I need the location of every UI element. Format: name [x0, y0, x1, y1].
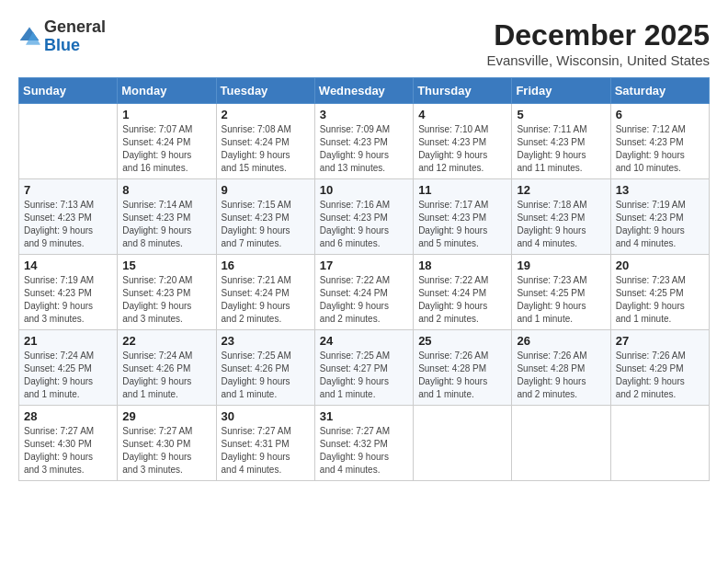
weekday-header-tuesday: Tuesday — [216, 78, 314, 104]
logo-general: General — [44, 18, 106, 37]
calendar-cell: 26Sunrise: 7:26 AM Sunset: 4:28 PM Dayli… — [512, 330, 610, 406]
calendar-cell: 15Sunrise: 7:20 AM Sunset: 4:23 PM Dayli… — [118, 255, 216, 330]
day-number: 5 — [517, 108, 605, 121]
day-info: Sunrise: 7:23 AM Sunset: 4:25 PM Dayligh… — [517, 274, 605, 326]
calendar-cell: 20Sunrise: 7:23 AM Sunset: 4:25 PM Dayli… — [610, 255, 709, 330]
calendar-cell: 19Sunrise: 7:23 AM Sunset: 4:25 PM Dayli… — [512, 255, 610, 330]
weekday-header-wednesday: Wednesday — [314, 78, 413, 104]
day-info: Sunrise: 7:24 AM Sunset: 4:26 PM Dayligh… — [122, 350, 210, 401]
day-number: 26 — [517, 334, 605, 348]
day-info: Sunrise: 7:27 AM Sunset: 4:30 PM Dayligh… — [122, 425, 210, 477]
day-number: 11 — [418, 183, 506, 197]
calendar-cell: 30Sunrise: 7:27 AM Sunset: 4:31 PM Dayli… — [216, 406, 314, 481]
calendar-cell: 14Sunrise: 7:19 AM Sunset: 4:23 PM Dayli… — [19, 255, 118, 330]
day-number: 23 — [222, 334, 310, 348]
calendar-week-2: 14Sunrise: 7:19 AM Sunset: 4:23 PM Dayli… — [19, 255, 710, 330]
calendar-cell: 7Sunrise: 7:13 AM Sunset: 4:23 PM Daylig… — [19, 179, 118, 255]
calendar-cell: 31Sunrise: 7:27 AM Sunset: 4:32 PM Dayli… — [314, 406, 413, 481]
day-info: Sunrise: 7:25 AM Sunset: 4:27 PM Dayligh… — [320, 350, 408, 401]
calendar-table: SundayMondayTuesdayWednesdayThursdayFrid… — [18, 77, 710, 481]
weekday-header-thursday: Thursday — [414, 78, 512, 104]
day-number: 31 — [320, 409, 408, 423]
calendar-week-3: 21Sunrise: 7:24 AM Sunset: 4:25 PM Dayli… — [19, 330, 710, 406]
logo-text: General Blue — [44, 18, 106, 55]
day-info: Sunrise: 7:21 AM Sunset: 4:24 PM Dayligh… — [222, 274, 310, 326]
logo: General Blue — [18, 18, 106, 55]
day-info: Sunrise: 7:14 AM Sunset: 4:23 PM Dayligh… — [122, 199, 210, 250]
weekday-header-sunday: Sunday — [19, 78, 118, 104]
calendar-cell: 1Sunrise: 7:07 AM Sunset: 4:24 PM Daylig… — [118, 104, 216, 179]
day-info: Sunrise: 7:23 AM Sunset: 4:25 PM Dayligh… — [616, 274, 704, 326]
calendar-cell — [19, 104, 118, 179]
day-number: 7 — [24, 183, 112, 197]
day-info: Sunrise: 7:27 AM Sunset: 4:31 PM Dayligh… — [222, 425, 310, 477]
day-info: Sunrise: 7:09 AM Sunset: 4:23 PM Dayligh… — [320, 123, 408, 175]
day-number: 14 — [24, 259, 112, 272]
day-info: Sunrise: 7:20 AM Sunset: 4:23 PM Dayligh… — [122, 274, 210, 326]
day-number: 3 — [320, 108, 408, 121]
day-number: 4 — [418, 108, 506, 121]
day-number: 30 — [222, 409, 310, 423]
day-info: Sunrise: 7:27 AM Sunset: 4:32 PM Dayligh… — [320, 425, 408, 477]
calendar-cell: 6Sunrise: 7:12 AM Sunset: 4:23 PM Daylig… — [610, 104, 709, 179]
day-number: 25 — [418, 334, 506, 348]
calendar-cell: 2Sunrise: 7:08 AM Sunset: 4:24 PM Daylig… — [216, 104, 314, 179]
day-info: Sunrise: 7:26 AM Sunset: 4:29 PM Dayligh… — [616, 350, 704, 401]
day-number: 1 — [122, 108, 210, 121]
day-info: Sunrise: 7:16 AM Sunset: 4:23 PM Dayligh… — [320, 199, 408, 250]
month-title: December 2025 — [486, 18, 710, 52]
day-info: Sunrise: 7:25 AM Sunset: 4:26 PM Dayligh… — [222, 350, 310, 401]
day-info: Sunrise: 7:07 AM Sunset: 4:24 PM Dayligh… — [122, 123, 210, 175]
day-info: Sunrise: 7:22 AM Sunset: 4:24 PM Dayligh… — [320, 274, 408, 326]
calendar-cell: 17Sunrise: 7:22 AM Sunset: 4:24 PM Dayli… — [314, 255, 413, 330]
calendar-cell: 9Sunrise: 7:15 AM Sunset: 4:23 PM Daylig… — [216, 179, 314, 255]
calendar-cell: 23Sunrise: 7:25 AM Sunset: 4:26 PM Dayli… — [216, 330, 314, 406]
day-number: 21 — [24, 334, 112, 348]
day-number: 29 — [122, 409, 210, 423]
day-number: 9 — [222, 183, 310, 197]
calendar-cell: 4Sunrise: 7:10 AM Sunset: 4:23 PM Daylig… — [414, 104, 512, 179]
day-number: 20 — [616, 259, 704, 272]
day-number: 2 — [222, 108, 310, 121]
calendar-cell: 22Sunrise: 7:24 AM Sunset: 4:26 PM Dayli… — [118, 330, 216, 406]
day-number: 15 — [122, 259, 210, 272]
day-number: 16 — [222, 259, 310, 272]
day-number: 27 — [616, 334, 704, 348]
location-title: Evansville, Wisconsin, United States — [486, 52, 710, 68]
calendar-cell: 13Sunrise: 7:19 AM Sunset: 4:23 PM Dayli… — [610, 179, 709, 255]
day-info: Sunrise: 7:24 AM Sunset: 4:25 PM Dayligh… — [24, 350, 112, 401]
calendar-cell: 18Sunrise: 7:22 AM Sunset: 4:24 PM Dayli… — [414, 255, 512, 330]
calendar-cell: 27Sunrise: 7:26 AM Sunset: 4:29 PM Dayli… — [610, 330, 709, 406]
day-number: 18 — [418, 259, 506, 272]
day-info: Sunrise: 7:27 AM Sunset: 4:30 PM Dayligh… — [24, 425, 112, 477]
day-info: Sunrise: 7:19 AM Sunset: 4:23 PM Dayligh… — [616, 199, 704, 250]
title-section: December 2025 Evansville, Wisconsin, Uni… — [486, 18, 710, 68]
day-number: 17 — [320, 259, 408, 272]
day-info: Sunrise: 7:15 AM Sunset: 4:23 PM Dayligh… — [222, 199, 310, 250]
calendar-cell: 29Sunrise: 7:27 AM Sunset: 4:30 PM Dayli… — [118, 406, 216, 481]
calendar-cell: 3Sunrise: 7:09 AM Sunset: 4:23 PM Daylig… — [314, 104, 413, 179]
day-number: 24 — [320, 334, 408, 348]
day-info: Sunrise: 7:10 AM Sunset: 4:23 PM Dayligh… — [418, 123, 506, 175]
day-number: 10 — [320, 183, 408, 197]
day-info: Sunrise: 7:12 AM Sunset: 4:23 PM Dayligh… — [616, 123, 704, 175]
calendar-cell: 21Sunrise: 7:24 AM Sunset: 4:25 PM Dayli… — [19, 330, 118, 406]
calendar-cell — [414, 406, 512, 481]
logo-icon — [18, 26, 40, 48]
calendar-cell: 25Sunrise: 7:26 AM Sunset: 4:28 PM Dayli… — [414, 330, 512, 406]
day-info: Sunrise: 7:11 AM Sunset: 4:23 PM Dayligh… — [517, 123, 605, 175]
calendar-cell — [512, 406, 610, 481]
calendar-cell: 24Sunrise: 7:25 AM Sunset: 4:27 PM Dayli… — [314, 330, 413, 406]
day-info: Sunrise: 7:22 AM Sunset: 4:24 PM Dayligh… — [418, 274, 506, 326]
calendar-cell — [610, 406, 709, 481]
weekday-header-saturday: Saturday — [610, 78, 709, 104]
calendar-cell: 16Sunrise: 7:21 AM Sunset: 4:24 PM Dayli… — [216, 255, 314, 330]
day-number: 22 — [122, 334, 210, 348]
calendar-cell: 5Sunrise: 7:11 AM Sunset: 4:23 PM Daylig… — [512, 104, 610, 179]
day-number: 12 — [517, 183, 605, 197]
day-info: Sunrise: 7:26 AM Sunset: 4:28 PM Dayligh… — [517, 350, 605, 401]
calendar-cell: 10Sunrise: 7:16 AM Sunset: 4:23 PM Dayli… — [314, 179, 413, 255]
day-info: Sunrise: 7:17 AM Sunset: 4:23 PM Dayligh… — [418, 199, 506, 250]
day-info: Sunrise: 7:18 AM Sunset: 4:23 PM Dayligh… — [517, 199, 605, 250]
weekday-header-friday: Friday — [512, 78, 610, 104]
